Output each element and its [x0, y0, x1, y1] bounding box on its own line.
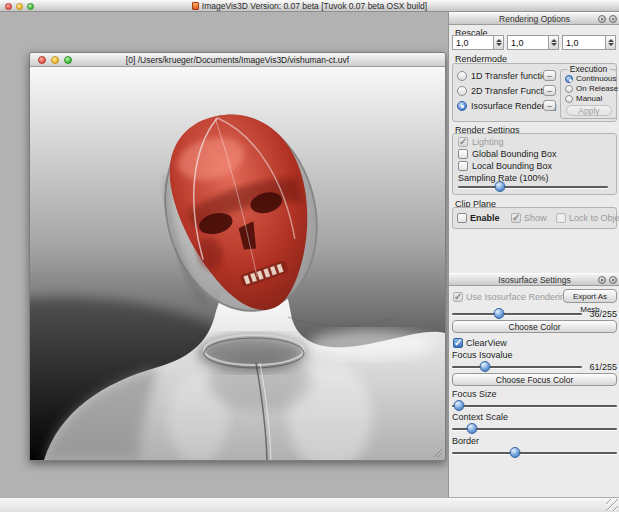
render-window-title-bar[interactable]: [0] /Users/krueger/Documents/ImageVis3D/…	[30, 53, 445, 67]
continuous-label: Continuous	[576, 74, 616, 83]
global-bounding-box-checkbox[interactable]	[458, 149, 468, 159]
clip-lock-label: Lock to Object	[569, 213, 619, 223]
rescale-x-spinbox[interactable]: 1,0	[452, 35, 504, 50]
focus-isovalue-readout: 61/255	[583, 362, 617, 372]
rescale-y-spinbox[interactable]: 1,0	[507, 35, 559, 50]
isosurface-settings-title: Isosurface Settings	[449, 275, 619, 285]
radio-isosurface-rendering[interactable]	[457, 101, 467, 111]
rescale-x-value: 1,0	[456, 38, 469, 48]
rescale-y-value: 1,0	[511, 38, 524, 48]
2d-transfer-edit-button[interactable]: –	[543, 85, 556, 96]
clip-lock-checkbox[interactable]	[556, 213, 566, 223]
apply-button[interactable]: Apply	[566, 105, 612, 116]
clip-enable-label: Enable	[470, 213, 500, 223]
slider-knob[interactable]	[495, 181, 506, 192]
slider-knob[interactable]	[509, 447, 520, 458]
isosurface-edit-button[interactable]: –	[543, 100, 556, 111]
manual-label: Manual	[576, 94, 602, 103]
border-slider[interactable]	[452, 447, 617, 458]
slider-track	[452, 313, 582, 315]
1d-transfer-edit-button[interactable]: –	[543, 70, 556, 81]
context-scale-slider[interactable]	[452, 423, 617, 434]
focus-isovalue-slider[interactable]	[452, 361, 582, 372]
slider-knob[interactable]	[479, 361, 490, 372]
close-panel-icon[interactable]	[609, 15, 617, 23]
clip-enable-checkbox[interactable]	[457, 213, 467, 223]
resize-grip[interactable]	[606, 499, 618, 511]
rendering-options-title: Rendering Options	[449, 14, 619, 24]
local-bounding-box-label: Local Bounding Box	[472, 161, 552, 171]
execution-group: Execution Continuous On Release Manual A…	[560, 69, 617, 119]
sampling-rate-slider[interactable]	[458, 181, 608, 192]
status-bar	[0, 497, 619, 512]
slider-knob[interactable]	[493, 308, 504, 319]
app-title: ImageVis3D Version: 0.07 beta [Tuvok 0.0…	[0, 1, 619, 11]
rescale-z-value: 1,0	[566, 38, 579, 48]
execution-title: Execution	[567, 64, 610, 74]
render-window-title: [0] /Users/krueger/Documents/ImageVis3D/…	[30, 55, 445, 65]
isovalue-readout: 36/255	[583, 309, 617, 319]
use-isosurface-label: Use Isosurface Rendering	[466, 292, 570, 302]
clearview-checkbox[interactable]	[453, 338, 463, 348]
radio-on-release[interactable]	[565, 85, 573, 93]
context-scale-label: Context Scale	[452, 412, 508, 422]
focus-isovalue-label: Focus Isovalue	[452, 350, 513, 360]
volume-rendering-visible-human	[30, 67, 445, 460]
slider-track	[458, 186, 608, 188]
on-release-label: On Release	[576, 84, 618, 93]
global-bounding-box-label: Global Bounding Box	[472, 149, 557, 159]
isosurface-settings-title-bar[interactable]: Isosurface Settings	[449, 273, 619, 286]
focus-size-label: Focus Size	[452, 389, 497, 399]
slider-track	[452, 452, 617, 454]
radio-manual[interactable]	[565, 95, 573, 103]
clearview-label: ClearView	[466, 338, 507, 348]
slider-track	[452, 366, 582, 368]
float-panel-icon[interactable]	[598, 276, 606, 284]
spinner-arrows-icon[interactable]	[605, 36, 615, 49]
float-panel-icon[interactable]	[598, 15, 606, 23]
isovalue-slider[interactable]	[452, 308, 582, 319]
use-isosurface-checkbox[interactable]	[453, 292, 463, 302]
radio-continuous[interactable]	[565, 75, 573, 83]
radio-2d-transfer-function[interactable]	[457, 86, 467, 96]
border-label: Border	[452, 436, 479, 446]
slider-knob[interactable]	[466, 423, 477, 434]
spinner-arrows-icon[interactable]	[548, 36, 558, 49]
3d-viewport[interactable]	[30, 67, 445, 460]
clip-show-checkbox[interactable]	[511, 213, 521, 223]
lighting-label: Lighting	[472, 137, 504, 147]
document-icon	[192, 2, 199, 10]
clip-show-label: Show	[524, 213, 547, 223]
export-as-mesh-button[interactable]: Export As Mesh	[563, 289, 617, 303]
choose-color-button[interactable]: Choose Color	[452, 320, 617, 333]
radio-1d-transfer-function[interactable]	[457, 71, 467, 81]
rescale-z-spinbox[interactable]: 1,0	[562, 35, 616, 50]
lighting-checkbox[interactable]	[458, 137, 468, 147]
close-panel-icon[interactable]	[609, 276, 617, 284]
rendering-options-title-bar[interactable]: Rendering Options	[449, 12, 619, 25]
choose-focus-color-button[interactable]: Choose Focus Color	[452, 373, 617, 386]
local-bounding-box-checkbox[interactable]	[458, 161, 468, 171]
app-title-bar[interactable]: ImageVis3D Version: 0.07 beta [Tuvok 0.0…	[0, 0, 619, 12]
slider-knob[interactable]	[453, 400, 464, 411]
slider-track	[452, 405, 617, 407]
spinner-arrows-icon[interactable]	[493, 36, 503, 49]
focus-size-slider[interactable]	[452, 400, 617, 411]
workspace-area: [0] /Users/krueger/Documents/ImageVis3D/…	[0, 12, 448, 497]
render-window: [0] /Users/krueger/Documents/ImageVis3D/…	[29, 52, 446, 461]
1d-transfer-label: 1D Transfer function	[471, 71, 552, 81]
dock-panels: Rendering Options Rescale 1,0 1,0 1,0 Re…	[448, 12, 619, 497]
imagevis3d-app: ImageVis3D Version: 0.07 beta [Tuvok 0.0…	[0, 0, 619, 512]
